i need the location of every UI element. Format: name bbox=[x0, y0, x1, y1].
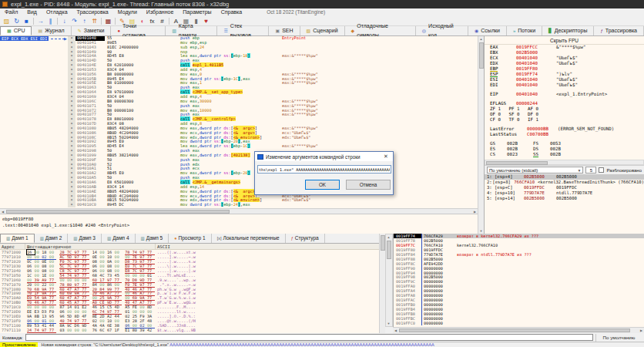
restart-icon[interactable]: ↻ bbox=[12, 17, 22, 25]
registers-list[interactable]: EAX0019FFCC&"****$%µw"EBX002B5000ECX0040… bbox=[485, 45, 644, 157]
title-bar[interactable]: expl_1.exe - PID: 8448 - Модуль: expl_1.… bbox=[0, 0, 644, 8]
menu-вид[interactable]: Вид bbox=[22, 8, 42, 16]
last-error-row[interactable]: LastError000000BB(ERROR_SEM_NOT_FOUND) bbox=[485, 126, 644, 132]
stack-argument-row[interactable]: 5:[esp+14]002B5000002B5000 bbox=[485, 196, 644, 201]
stack-view[interactable]: 0019FF74766CFA29возврат в kernel32.766CF… bbox=[393, 234, 644, 327]
stack-vscrollbar[interactable]: ▲ ▼ bbox=[385, 234, 393, 327]
segment-registers-row[interactable]: GS002BFS0053 bbox=[485, 141, 644, 147]
dump-tab-дамп-4[interactable]: ▥Дамп 4 bbox=[102, 234, 136, 243]
tab-отладочные-символы[interactable]: ◆Отладочные символы bbox=[345, 26, 416, 35]
menu-справка[interactable]: Справка bbox=[216, 8, 247, 16]
dump-vscrollbar[interactable] bbox=[379, 234, 385, 333]
dialog-title-bar[interactable]: Изменение аргументов командной строки ✕ bbox=[255, 152, 393, 161]
run-icon[interactable]: → bbox=[35, 17, 45, 25]
calling-convention-select[interactable]: По умолчанию (stdcall)▼ bbox=[487, 167, 583, 174]
stop-icon[interactable]: ■ bbox=[22, 17, 32, 25]
close-icon[interactable]: ✕ bbox=[381, 153, 391, 160]
tab-cpu[interactable]: ▦CPU bbox=[0, 26, 32, 35]
hex-dump-row[interactable]: 779711102474977703000000766C671FE1803942… bbox=[0, 328, 379, 332]
flags-row[interactable]: CF 0 TF 0 IF 1 bbox=[485, 117, 644, 123]
registers-hscrollbar[interactable] bbox=[485, 160, 644, 165]
stack-argument-row[interactable]: 2:[esp+8]766CFA10<kernel32.BaseThreadIni… bbox=[485, 180, 644, 185]
register-ebx[interactable]: EBX002B5000 bbox=[485, 50, 644, 56]
scroll-down-icon[interactable]: ▼ bbox=[478, 228, 484, 234]
dump-tab-дамп-5[interactable]: ▥Дамп 5 bbox=[136, 234, 169, 243]
register-eflags[interactable]: EFLAGS00000244 bbox=[485, 101, 644, 106]
disassembly-vscrollbar[interactable]: ▲ ▼ bbox=[478, 36, 484, 234]
register-esi[interactable]: ESI00401040"U‰еЃь$" bbox=[485, 77, 644, 83]
tab-потоки[interactable]: »Потоки bbox=[507, 26, 542, 35]
tab-дескрипторы[interactable]: ▊Дескрипторы bbox=[542, 26, 594, 35]
scroll-right-icon[interactable]: ▶ bbox=[639, 328, 644, 333]
scroll-thumb[interactable] bbox=[486, 161, 548, 165]
stack-argument-row[interactable]: 4:[esp+10]779D7A7Entdll.779D7A7E bbox=[485, 190, 644, 196]
tab-ссылки[interactable]: ◉Ссылки bbox=[468, 26, 507, 35]
dump-tab-структура[interactable]: ƒСтруктура bbox=[286, 234, 325, 243]
disasm-row[interactable]: ●004010C08945 DCmov dword ptr ss:[ebp-24… bbox=[0, 203, 478, 207]
tab-заметки[interactable]: ✎Заметки bbox=[72, 26, 112, 35]
tab-сценарий[interactable]: ▧Сценарий bbox=[300, 26, 345, 35]
menu-избранное[interactable]: Избранное bbox=[142, 8, 178, 16]
register-edi[interactable]: EDI00401040"U‰еЃь$" bbox=[485, 83, 644, 88]
menu-отладка[interactable]: Отладка bbox=[42, 8, 72, 16]
stack-hscrollbar[interactable]: ◀ ▶ bbox=[393, 327, 644, 333]
segment-registers-row[interactable]: CS0023SS002B bbox=[485, 152, 644, 157]
dump-tab-просмотр-1[interactable]: ●Просмотр 1 bbox=[169, 234, 211, 243]
register-eax[interactable]: EAX0019FFCC&"****$%µw" bbox=[485, 45, 644, 50]
disassembly-hscrollbar[interactable]: ◀ ▶ bbox=[0, 208, 478, 214]
flags-row[interactable]: OF 0 SF 0 DF 0 bbox=[485, 112, 644, 117]
segment-registers-row[interactable]: ES002BDS002B bbox=[485, 147, 644, 152]
dump-tab-дамп-1[interactable]: ▥Дамп 1 bbox=[0, 234, 35, 243]
tab-карта-памяти[interactable]: ▥Карта памяти bbox=[166, 26, 217, 35]
scroll-thumb[interactable] bbox=[399, 328, 630, 332]
tab-исходный-код[interactable]: ◎Исходный код bbox=[416, 26, 468, 35]
execute-till-return-icon[interactable]: ↑ bbox=[79, 17, 89, 25]
menu-трассировка[interactable]: Трассировка bbox=[72, 8, 113, 16]
last-status-row[interactable]: LastStatusC00700BB bbox=[485, 132, 644, 137]
dump-col-hex[interactable]: Шестнадцатеричное bbox=[25, 244, 156, 249]
dump-col-address[interactable]: Адрес bbox=[0, 244, 25, 249]
stack-arguments-list[interactable]: 1:[esp+4]002B5000002B50002:[esp+8]766CFA… bbox=[485, 174, 644, 201]
stack-argument-row[interactable]: 3:[esp+C]0019FFDC0019FFDC bbox=[485, 185, 644, 190]
dump-tab-дамп-3[interactable]: ▥Дамп 3 bbox=[68, 234, 102, 243]
stack-row[interactable]: 0019FFC000000000 bbox=[394, 321, 644, 325]
scroll-up-icon[interactable]: ▲ bbox=[386, 234, 391, 240]
hide-fpu-button[interactable]: Скрыть FPU bbox=[485, 36, 644, 45]
argument-count-stepper[interactable]: 5 bbox=[585, 167, 596, 174]
register-edx[interactable]: EDX00401040"U‰еЃь$" bbox=[485, 61, 644, 66]
breakpoints-icon[interactable]: ▦ bbox=[103, 17, 113, 25]
step-over-icon[interactable]: ↷ bbox=[69, 17, 79, 25]
open-file-icon[interactable]: ▨ bbox=[2, 17, 12, 25]
tab-точки-останова[interactable]: ●Точки останова bbox=[111, 26, 166, 35]
hex-dump-rows[interactable]: 7797100016001800287C97771400160078749777… bbox=[0, 250, 379, 332]
tab-seh[interactable]: ▣SEH bbox=[269, 26, 300, 35]
flags-row[interactable]: ZF 1 PF 1 AF 0 bbox=[485, 106, 644, 112]
tab-журнал[interactable]: ▤Журнал bbox=[32, 26, 71, 35]
register-esp[interactable]: ESP0019FF74")ъlv" bbox=[485, 72, 644, 77]
command-input[interactable] bbox=[25, 334, 593, 341]
scroll-down-icon[interactable]: ▼ bbox=[386, 321, 391, 326]
stack-argument-row[interactable]: 1:[esp+4]002B5000002B5000 bbox=[485, 174, 644, 180]
cancel-button[interactable]: Отмена bbox=[346, 180, 391, 190]
unlocked-checkbox[interactable] bbox=[599, 167, 604, 173]
run-to-user-code-icon[interactable]: ⇈ bbox=[89, 17, 99, 25]
ok-button[interactable]: OK bbox=[305, 180, 340, 190]
tab-трассировка[interactable]: ƒТрассировка bbox=[594, 26, 644, 35]
disassembly-view[interactable]: EIP ECX EDX ESI EDI ▶ ●0040104055push eb… bbox=[0, 36, 478, 208]
command-line-input[interactable] bbox=[257, 165, 391, 174]
scroll-up-icon[interactable]: ▲ bbox=[478, 36, 484, 42]
menu-файл[interactable]: Файл bbox=[0, 8, 22, 16]
register-ebp[interactable]: EBP0019FF80 bbox=[485, 66, 644, 72]
scroll-left-icon[interactable]: ◀ bbox=[393, 328, 398, 333]
register-ecx[interactable]: ECX00401040"U‰еЃь$" bbox=[485, 56, 644, 61]
pause-icon[interactable]: ∥ bbox=[45, 17, 55, 25]
scroll-thumb[interactable] bbox=[387, 241, 391, 259]
menu-параметры[interactable]: Параметры bbox=[178, 8, 216, 16]
dump-col-ascii[interactable]: ASCII bbox=[156, 244, 379, 249]
step-into-icon[interactable]: ↓ bbox=[59, 17, 69, 25]
register-eip[interactable]: EIP00401040<expl_1.EntryPoint> bbox=[485, 92, 644, 97]
dump-tab-локальные-переменные[interactable]: [x]Локальные переменные bbox=[212, 234, 286, 243]
tab-стек-вызовов[interactable]: ☰Стек вызовов bbox=[217, 26, 269, 35]
menu-модули[interactable]: Модули bbox=[113, 8, 142, 16]
dump-tab-дамп-2[interactable]: ▥Дамп 2 bbox=[35, 234, 69, 243]
